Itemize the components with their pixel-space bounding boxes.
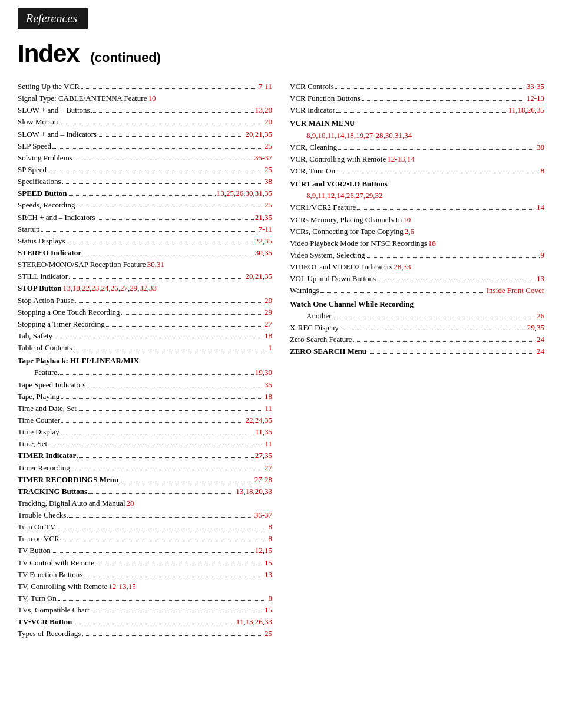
page-number: 13 <box>265 569 272 581</box>
page-number: 12,15 <box>255 545 272 556</box>
page-number: 27 <box>265 462 272 474</box>
page-number: 19,30 <box>255 367 272 378</box>
dot-leader <box>73 350 267 350</box>
entry-text: Startup <box>18 223 40 235</box>
list-item: VCR, Cleaning38 <box>290 141 544 153</box>
dot-leader <box>377 281 535 281</box>
list-item: VCRs Memory, Placing Channels In10 <box>290 214 544 226</box>
page-number: 15 <box>265 557 272 569</box>
page-number: 11,18,26,35 <box>508 104 544 116</box>
entry-text: Tape Speed Indicators <box>18 379 85 391</box>
list-item: Slow Motion20 <box>18 116 272 128</box>
dot-leader <box>82 635 263 636</box>
entry-text: VCR, Cleaning <box>290 141 337 153</box>
page-number: 38 <box>265 176 272 187</box>
entry-text: X-REC Display <box>290 322 339 334</box>
page-number: 12-13 <box>527 93 544 104</box>
entry-text: VCRs, Connecting for Tape Copying <box>290 226 404 238</box>
entry-text: Setting Up the VCR <box>18 81 80 93</box>
dot-leader <box>73 624 234 624</box>
entry-text: VCR, Controlling with Remote <box>290 153 386 165</box>
list-item: TV, Controlling with Remote12-13,15 <box>18 581 272 592</box>
entry-text: TV Control with Remote <box>18 557 94 569</box>
entry-text: TRACKING Buttons <box>18 486 87 498</box>
list-item: Specifications38 <box>18 176 272 187</box>
list-item: Solving Problems36-37 <box>18 152 272 164</box>
dot-leader <box>78 410 264 411</box>
list-item: Status Displays22,35 <box>18 235 272 247</box>
dot-leader <box>91 612 263 612</box>
dot-leader <box>120 482 253 482</box>
list-item: Time Display11,35 <box>18 426 272 438</box>
list-item: Tracking, Digital Auto and Manual20 <box>18 498 272 509</box>
list-item: Video System, Selecting9 <box>290 249 544 261</box>
page-number: 14 <box>537 202 544 213</box>
page-number: 29 <box>265 307 272 318</box>
entry-text: STOP Button <box>18 282 62 294</box>
dot-leader <box>87 387 263 387</box>
list-item: Table of Contents1 <box>18 342 272 354</box>
list-item: 8,9,11,12,14,26,27,29,32 <box>306 190 544 202</box>
entry-text: TV, Controlling with Remote <box>18 581 107 592</box>
list-item: Another26 <box>306 310 544 322</box>
list-item: Timer Recording27 <box>18 462 272 474</box>
dot-leader <box>74 160 253 160</box>
entry-text: SLP Speed <box>18 140 51 152</box>
list-item: Signal Type: CABLE/ANTENNA Feature10 <box>18 93 272 104</box>
page-number: 30,35 <box>255 247 272 259</box>
list-item: VCR Indicator11,18,26,35 <box>290 104 544 116</box>
page-number: 11,13,26,33 <box>236 616 272 628</box>
page-number: 33-35 <box>527 81 544 93</box>
page-number: 25 <box>265 140 272 152</box>
entry-text: VCR, Turn On <box>290 165 335 177</box>
list-item: Stopping a Timer Recording27 <box>18 318 272 330</box>
page-number: 24 <box>537 334 544 345</box>
entry-text: Time Display <box>18 426 59 438</box>
entry-text: VCR Controls <box>290 81 334 93</box>
entry-text: VCR1/VCR2 Feature <box>290 202 356 213</box>
entry-text: Specifications <box>18 176 61 187</box>
entry-text: Time, Set <box>18 438 47 450</box>
entry-text: STILL Indicator <box>18 271 68 282</box>
page-number: 35 <box>265 379 272 391</box>
entry-text: Feature <box>34 367 57 378</box>
list-item: Tape Speed Indicators35 <box>18 379 272 391</box>
header-label: References <box>26 12 77 25</box>
header-bar: References <box>18 8 88 29</box>
list-item: TRACKING Buttons13,18,20,33 <box>18 486 272 498</box>
entry-text: SLOW + and – Buttons <box>18 104 90 116</box>
dot-leader <box>54 338 263 338</box>
dot-leader <box>362 100 525 101</box>
dot-leader <box>81 88 257 89</box>
entry-text: Stopping a One Touch Recording <box>18 307 120 318</box>
page-number: 22,35 <box>255 235 272 247</box>
list-item: ZERO SEARCH Menu24 <box>290 345 544 357</box>
dot-leader <box>59 124 263 124</box>
entry-text: VIDEO1 and VIDEO2 Indicators <box>290 261 392 273</box>
entry-text: STEREO Indicator <box>18 247 81 259</box>
page-number: 27-28 <box>254 474 272 486</box>
page-number: 25 <box>265 628 272 640</box>
page-number: 13,18,22,23,24,26,27,29,32,33 <box>63 282 157 294</box>
dot-leader <box>121 314 263 315</box>
dot-leader <box>61 422 244 423</box>
dot-leader <box>58 374 254 375</box>
dot-leader <box>61 541 267 541</box>
list-item: STEREO/MONO/SAP Reception Feature30,31 <box>18 259 272 271</box>
list-item: Time, Set11 <box>18 438 272 450</box>
page-number: 29,35 <box>527 322 544 334</box>
page-number: 26 <box>537 310 544 322</box>
dot-leader <box>340 330 526 330</box>
entry-text: Turn on VCR <box>18 533 59 545</box>
entry-text: TV, Turn On <box>18 592 57 604</box>
list-item: TIMER RECORDINGS Menu27-28 <box>18 474 272 486</box>
list-item: Stopping a One Touch Recording29 <box>18 307 272 318</box>
list-item: SP Speed25 <box>18 164 272 176</box>
page-number: 12-13,14 <box>387 153 415 165</box>
list-item: Setting Up the VCR7-11 <box>18 81 272 93</box>
page-number: 7-11 <box>259 81 272 93</box>
page-number: 13,20 <box>255 104 272 116</box>
page-number: 20 <box>265 116 272 128</box>
entry-text: Trouble Checks <box>18 509 66 521</box>
list-item: WarningsInside Front Cover <box>290 285 544 297</box>
